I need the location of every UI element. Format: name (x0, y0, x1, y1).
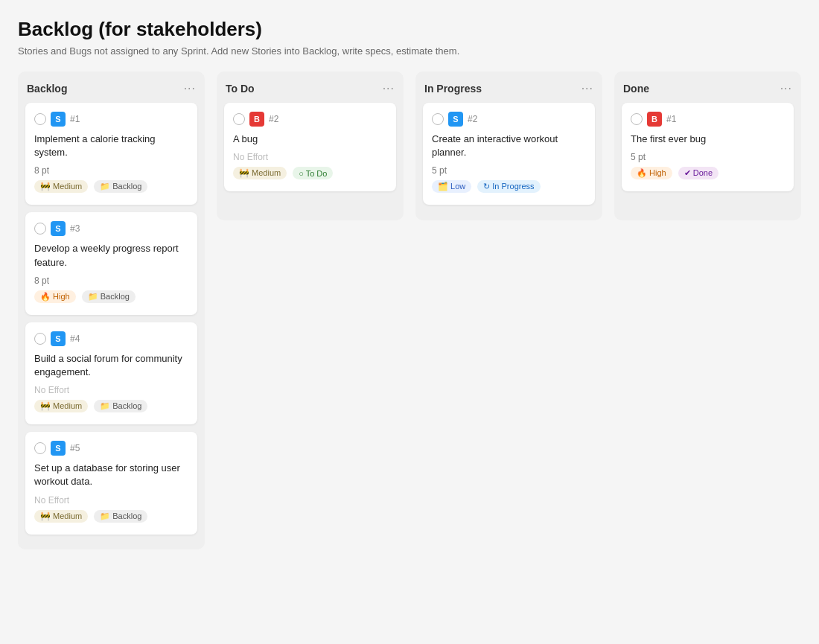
priority-tag: 🗂️ Low (432, 180, 471, 193)
card-checkbox[interactable] (631, 113, 643, 125)
no-effort-label: No Effort (233, 152, 387, 162)
card-points: 5 pt (432, 165, 586, 176)
card-header: S#5 (34, 441, 188, 456)
card-points: 8 pt (34, 165, 188, 176)
card-points: 5 pt (631, 152, 785, 162)
card-tags: 🚧 Medium📁 Backlog (34, 510, 188, 526)
status-tag: 📁 Backlog (94, 400, 147, 412)
card-title: A bug (233, 133, 387, 146)
card-title: Develop a weekly progress report feature… (34, 242, 188, 269)
status-tag: ↻ In Progress (477, 180, 540, 193)
type-badge-bug: B (249, 112, 264, 127)
priority-tag: 🚧 Medium (34, 510, 88, 523)
card[interactable]: S#4Build a social forum for community en… (25, 322, 197, 424)
column-done: Done···B#1The first ever bug5 pt🔥 High✔ … (614, 71, 801, 220)
card-title: Build a social forum for community engag… (34, 352, 188, 379)
card-header: S#4 (34, 331, 188, 346)
status-tag: ✔ Done (678, 167, 718, 179)
card-header: B#1 (631, 112, 785, 127)
card-header: S#1 (34, 112, 188, 127)
type-badge-story: S (448, 112, 463, 127)
card-checkbox[interactable] (34, 442, 46, 454)
status-tag: ○ To Do (293, 167, 333, 179)
type-badge-bug: B (647, 112, 662, 127)
column-title-inprogress: In Progress (424, 83, 482, 95)
column-header-done: Done··· (622, 79, 794, 103)
card-tags: 🔥 High✔ Done (631, 167, 785, 182)
column-header-backlog: Backlog··· (25, 79, 197, 103)
type-badge-story: S (51, 221, 66, 236)
card-tags: 🚧 Medium○ To Do (233, 167, 387, 182)
card[interactable]: S#5Set up a database for storing user wo… (25, 432, 197, 534)
card-title: Implement a calorie tracking system. (34, 133, 188, 159)
card-title: Set up a database for storing user worko… (34, 462, 188, 488)
kanban-board: Backlog···S#1Implement a calorie trackin… (18, 71, 801, 549)
card-checkbox[interactable] (432, 113, 444, 125)
type-badge-story: S (51, 331, 66, 346)
column-menu-done[interactable]: ··· (780, 82, 792, 95)
card-tags: 🚧 Medium📁 Backlog (34, 180, 188, 196)
no-effort-label: No Effort (34, 495, 188, 506)
card[interactable]: B#2A bugNo Effort🚧 Medium○ To Do (224, 103, 396, 191)
card-checkbox[interactable] (34, 333, 46, 345)
card-points: 8 pt (34, 275, 188, 286)
column-backlog: Backlog···S#1Implement a calorie trackin… (18, 71, 205, 549)
card-tags: 🚧 Medium📁 Backlog (34, 400, 188, 415)
type-badge-story: S (51, 112, 66, 127)
no-effort-label: No Effort (34, 385, 188, 395)
card-title: The first ever bug (631, 133, 785, 146)
status-tag: 📁 Backlog (82, 290, 136, 303)
page-title: Backlog (for stakeholders) (18, 18, 801, 41)
card-checkbox[interactable] (34, 223, 46, 235)
card[interactable]: S#1Implement a calorie tracking system.8… (25, 103, 197, 205)
column-menu-inprogress[interactable]: ··· (581, 82, 593, 95)
priority-tag: 🚧 Medium (233, 167, 287, 179)
card-id: #2 (269, 114, 278, 124)
card-tags: 🗂️ Low↻ In Progress (432, 180, 586, 196)
card-header: B#2 (233, 112, 387, 127)
page-subtitle: Stories and Bugs not assigned to any Spr… (18, 45, 801, 57)
priority-tag: 🔥 High (34, 290, 76, 303)
card-header: S#2 (432, 112, 586, 127)
status-tag: 📁 Backlog (94, 180, 147, 193)
card-id: #2 (468, 114, 477, 124)
column-todo: To Do···B#2A bugNo Effort🚧 Medium○ To Do (217, 71, 404, 220)
column-header-inprogress: In Progress··· (423, 79, 595, 103)
priority-tag: 🚧 Medium (34, 400, 88, 412)
card-checkbox[interactable] (233, 113, 245, 125)
card-title: Create an interactive workout planner. (432, 133, 586, 159)
card[interactable]: S#3Develop a weekly progress report feat… (25, 212, 197, 314)
priority-tag: 🚧 Medium (34, 180, 88, 193)
column-title-todo: To Do (226, 83, 255, 95)
status-tag: 📁 Backlog (94, 510, 147, 523)
column-title-backlog: Backlog (27, 83, 67, 95)
card-id: #3 (70, 223, 80, 234)
card-checkbox[interactable] (34, 113, 46, 125)
card-id: #1 (666, 114, 676, 124)
card-tags: 🔥 High📁 Backlog (34, 290, 188, 306)
type-badge-story: S (51, 441, 66, 456)
card[interactable]: S#2Create an interactive workout planner… (423, 103, 595, 205)
column-menu-backlog[interactable]: ··· (184, 82, 196, 95)
card-id: #5 (70, 443, 80, 453)
column-title-done: Done (623, 83, 649, 95)
card[interactable]: B#1The first ever bug5 pt🔥 High✔ Done (622, 103, 794, 191)
column-inprogress: In Progress···S#2Create an interactive w… (415, 71, 602, 220)
card-id: #1 (70, 114, 80, 124)
column-header-todo: To Do··· (224, 79, 396, 103)
priority-tag: 🔥 High (631, 167, 672, 179)
card-id: #4 (70, 334, 80, 344)
card-header: S#3 (34, 221, 188, 236)
column-menu-todo[interactable]: ··· (383, 82, 395, 95)
